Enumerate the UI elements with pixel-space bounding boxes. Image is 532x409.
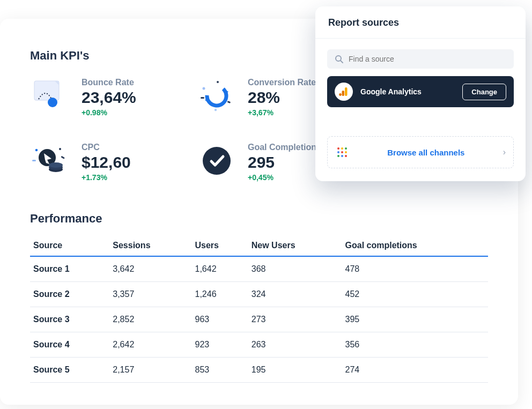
search-icon: [335, 55, 343, 63]
svg-rect-9: [201, 97, 204, 99]
svg-point-14: [49, 162, 63, 168]
goal-completions-icon: [196, 143, 237, 179]
table-row: Source 2 3,357 1,246 324 452: [30, 282, 488, 307]
svg-point-1: [48, 98, 57, 107]
source-search[interactable]: [327, 49, 514, 69]
table-header-row: Source Sessions Users New Users Goal com…: [30, 235, 488, 256]
col-new-users: New Users: [248, 235, 342, 256]
svg-point-31: [337, 155, 339, 157]
svg-point-7: [217, 81, 219, 83]
conversion-rate-icon: [196, 78, 237, 114]
kpi-bounce-rate: Bounce Rate 23,64% +0.98%: [30, 78, 186, 117]
selected-source-name: Google Analytics: [360, 87, 455, 96]
svg-rect-23: [342, 91, 345, 96]
channels-grid-icon: [335, 145, 349, 159]
svg-line-21: [341, 61, 343, 63]
svg-rect-6: [227, 101, 231, 103]
svg-point-32: [341, 155, 343, 157]
kpi-value: $12,60: [82, 153, 131, 171]
performance-table: Source Sessions Users New Users Goal com…: [30, 235, 488, 383]
svg-rect-18: [61, 156, 65, 159]
svg-point-15: [35, 149, 38, 152]
svg-rect-22: [345, 87, 348, 96]
table-row: Source 1 3,642 1,642 368 478: [30, 256, 488, 282]
change-source-button[interactable]: Change: [462, 84, 506, 100]
kpi-delta: +1.73%: [82, 173, 131, 182]
google-analytics-icon: [335, 83, 353, 101]
svg-rect-17: [32, 160, 36, 161]
kpi-label: Goal Completions: [248, 143, 321, 152]
svg-point-8: [215, 109, 217, 111]
kpi-label: Conversion Rate: [248, 78, 316, 87]
table-row: Source 4 2,642 923 263 356: [30, 332, 488, 358]
col-goal: Goal completions: [342, 235, 488, 256]
kpi-delta: +0,45%: [248, 173, 321, 182]
svg-point-33: [345, 155, 347, 157]
kpi-value: 295: [248, 153, 321, 171]
svg-point-25: [337, 147, 339, 150]
svg-point-27: [345, 147, 347, 150]
svg-point-29: [341, 151, 343, 153]
svg-point-19: [203, 147, 231, 175]
svg-point-30: [345, 151, 347, 153]
svg-point-28: [337, 151, 339, 153]
table-row: Source 3 2,852 963 273 395: [30, 307, 488, 332]
kpi-value: 28%: [248, 88, 316, 106]
cpc-icon: [30, 143, 71, 179]
kpi-value: 23,64%: [82, 88, 136, 106]
selected-source-row: Google Analytics Change: [327, 76, 514, 107]
col-users: Users: [192, 235, 248, 256]
browse-channels-label: Browse all channels: [357, 148, 496, 157]
svg-point-24: [339, 93, 342, 96]
kpi-label: CPC: [82, 143, 131, 152]
kpi-cpc: CPC $12,60 +1.73%: [30, 143, 186, 182]
report-sources-panel: Report sources Google Analytics Change: [315, 6, 526, 181]
svg-point-26: [341, 147, 343, 150]
col-sessions: Sessions: [109, 235, 191, 256]
svg-rect-0: [34, 81, 59, 100]
bounce-rate-icon: [30, 78, 71, 114]
chevron-right-icon: ›: [503, 147, 506, 157]
svg-point-16: [59, 148, 61, 150]
browse-channels-button[interactable]: Browse all channels ›: [327, 136, 514, 168]
performance-section-title: Performance: [30, 212, 488, 226]
kpi-delta: +0.98%: [82, 108, 136, 117]
kpi-label: Bounce Rate: [82, 78, 136, 87]
svg-point-5: [203, 87, 205, 90]
col-source: Source: [30, 235, 109, 256]
table-row: Source 5 2,157 853 195 274: [30, 358, 488, 383]
source-search-input[interactable]: [349, 55, 506, 63]
sources-panel-title: Report sources: [315, 6, 526, 39]
svg-point-2: [203, 83, 231, 110]
kpi-delta: +3,67%: [248, 108, 316, 117]
